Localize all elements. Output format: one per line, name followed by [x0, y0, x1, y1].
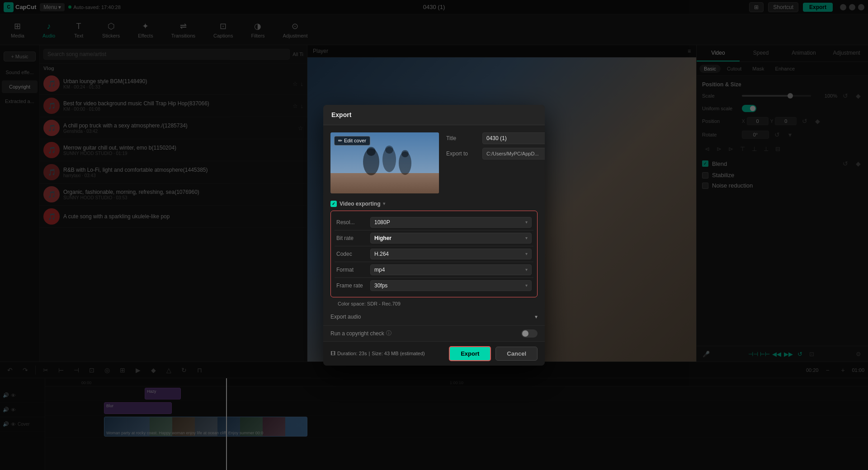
format-chevron-icon: ▾: [525, 267, 528, 272]
color-space-row: Color space: SDR - Rec.709: [330, 297, 538, 310]
video-export-check[interactable]: ✓: [330, 201, 337, 207]
copyright-info-icon[interactable]: ⓘ: [386, 329, 392, 337]
chevron-icon[interactable]: ▾: [383, 201, 385, 206]
bitrate-label: Bit rate: [336, 235, 370, 241]
export-path-text: C:/Users/MyPC/AppD...: [486, 151, 545, 156]
size-text: Size: 43 MB (estimated): [372, 351, 425, 356]
bitrate-select[interactable]: Higher ▾: [370, 233, 532, 244]
export-settings: Title Export to C:/Users/MyPC/AppD... 📁: [446, 132, 545, 193]
export-audio-header[interactable]: Export audio ▾: [330, 310, 538, 324]
format-value: mp4: [374, 267, 385, 273]
export-to-label: Export to: [446, 150, 482, 157]
video-settings-box: Resol... 1080P ▾ Bit rate Higher ▾: [330, 211, 538, 297]
video-export-label: Video exporting: [340, 201, 380, 207]
codec-select[interactable]: H.264 ▾: [370, 249, 532, 259]
svg-point-7: [401, 150, 409, 157]
export-to-row: Export to C:/Users/MyPC/AppD... 📁: [446, 148, 545, 160]
duration-text: Duration: 23s: [337, 351, 367, 356]
preview-image: ✏ Edit cover: [330, 132, 439, 193]
title-input[interactable]: [482, 132, 545, 144]
resolution-select[interactable]: 1080P ▾: [370, 217, 532, 228]
codec-value: H.264: [374, 251, 389, 257]
export-dialog: Export: [323, 105, 545, 366]
video-export-header: ✓ Video exporting ▾: [330, 201, 538, 207]
export-action-button[interactable]: Export: [449, 346, 491, 361]
export-overlay: Export: [0, 0, 868, 470]
codec-chevron-icon: ▾: [525, 251, 528, 256]
bitrate-row: Bit rate Higher ▾: [335, 230, 533, 246]
duration-info: 🎞 Duration: 23s | Size: 43 MB (estimated…: [330, 351, 444, 356]
bitrate-chevron-icon: ▾: [525, 235, 528, 240]
copyright-label: Run a copyright check ⓘ: [330, 329, 392, 337]
resolution-chevron-icon: ▾: [525, 220, 528, 225]
format-select[interactable]: mp4 ▾: [370, 264, 532, 275]
copyright-toggle[interactable]: [521, 329, 538, 338]
resolution-value: 1080P: [374, 219, 390, 226]
codec-row: Codec H.264 ▾: [335, 246, 533, 262]
svg-point-3: [367, 147, 376, 156]
color-space-text: Color space: SDR - Rec.709: [338, 301, 401, 306]
title-label: Title: [446, 135, 482, 141]
framerate-value: 30fps: [374, 282, 387, 289]
framerate-row: Frame rate 30fps ▾: [335, 278, 533, 293]
svg-point-5: [385, 146, 393, 154]
export-footer: 🎞 Duration: 23s | Size: 43 MB (estimated…: [323, 341, 545, 366]
framerate-label: Frame rate: [336, 282, 370, 289]
separator: |: [368, 351, 370, 356]
title-row: Title: [446, 132, 545, 144]
audio-expand-icon: ▾: [535, 314, 538, 320]
codec-label: Codec: [336, 251, 370, 257]
video-export-section: ✓ Video exporting ▾ Resol... 1080P ▾ Bit…: [323, 201, 545, 310]
export-path-field[interactable]: C:/Users/MyPC/AppD... 📁: [482, 148, 545, 160]
copyright-check-row: Run a copyright check ⓘ: [323, 325, 545, 341]
export-dialog-header: Export: [323, 105, 545, 125]
framerate-select[interactable]: 30fps ▾: [370, 280, 532, 291]
framerate-chevron-icon: ▾: [525, 283, 528, 288]
edit-cover-button[interactable]: ✏ Edit cover: [334, 136, 370, 146]
pencil-icon: ✏: [338, 138, 342, 144]
export-body: ✏ Edit cover Title Export to C:/Users/My…: [323, 125, 545, 201]
resolution-label: Resol...: [336, 219, 370, 226]
export-audio-label: Export audio: [330, 314, 361, 320]
resolution-row: Resol... 1080P ▾: [335, 215, 533, 230]
export-audio-section: Export audio ▾: [323, 310, 545, 324]
bitrate-value: Higher: [374, 235, 392, 241]
export-preview: ✏ Edit cover: [330, 132, 439, 193]
cancel-action-button[interactable]: Cancel: [495, 347, 538, 361]
video-icon: 🎞: [330, 351, 335, 356]
format-label: Format: [336, 267, 370, 273]
format-row: Format mp4 ▾: [335, 262, 533, 278]
svg-rect-1: [330, 173, 439, 193]
